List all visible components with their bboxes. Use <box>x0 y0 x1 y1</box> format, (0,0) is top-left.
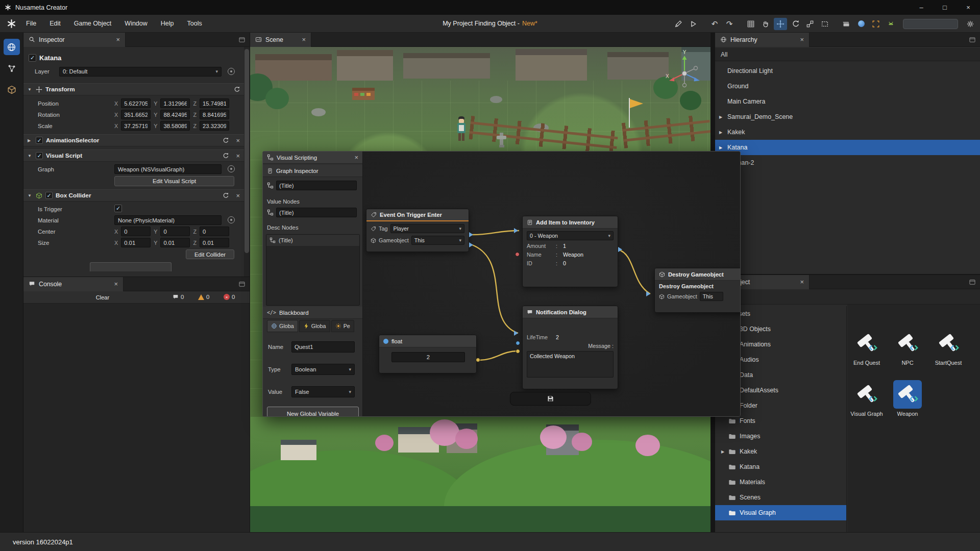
graph-target-button[interactable] <box>228 165 235 172</box>
close-icon[interactable]: × <box>114 280 118 288</box>
transform-header[interactable]: ▼ Transform <box>23 83 244 95</box>
output-port[interactable] <box>618 247 622 252</box>
node-add-item-to-inventory[interactable]: Add Item to Inventory 0 - Weapon▾ Amount… <box>522 216 618 287</box>
menu-item-window[interactable]: Window <box>118 15 154 33</box>
asset-item[interactable]: End Quest <box>846 329 887 379</box>
orientation-gizmo[interactable]: Y X <box>662 49 707 95</box>
menu-item-tools[interactable]: Tools <box>181 15 209 33</box>
gameobject-field[interactable]: This <box>700 292 723 301</box>
node-notification-dialog[interactable]: Notification Dialog LifeTime2 Message : … <box>522 306 618 389</box>
layer-dropdown[interactable]: 0: Default▾ <box>59 67 222 77</box>
close-icon[interactable]: × <box>116 36 120 43</box>
input-port-object[interactable] <box>515 252 520 257</box>
close-icon[interactable]: × <box>800 278 804 286</box>
remove-component-icon[interactable]: × <box>236 152 240 160</box>
tree-item[interactable]: Katana <box>715 459 846 474</box>
panel-menu-icon[interactable] <box>969 279 976 286</box>
close-icon[interactable]: × <box>800 36 804 43</box>
edit-visual-script-button[interactable]: Edit Visual Script <box>114 176 234 186</box>
center-x-input[interactable] <box>121 227 151 236</box>
activity-package-button[interactable] <box>4 82 20 98</box>
scale-y-input[interactable] <box>160 121 190 131</box>
node-destroy-gameobject[interactable]: Destroy Gameobject Destroy Gameobject Ga… <box>654 268 741 313</box>
reset-icon[interactable] <box>222 192 229 199</box>
rect-tool-button[interactable] <box>818 18 831 30</box>
frame-button[interactable] <box>869 18 883 30</box>
menu-item-help[interactable]: Help <box>154 15 181 33</box>
rotate-tool-button[interactable] <box>789 18 802 30</box>
reset-icon[interactable] <box>233 86 240 93</box>
tree-item[interactable]: Scenes <box>715 490 846 505</box>
close-icon[interactable]: × <box>302 36 306 43</box>
node-header[interactable]: Event On Trigger Enter <box>366 209 469 221</box>
expand-icon[interactable]: ▶ <box>719 145 722 150</box>
material-field[interactable]: None (PhysicMaterial) <box>114 215 222 225</box>
graph-field[interactable]: Weapon (NSVisualGraph) <box>114 164 222 174</box>
tab-inspector[interactable]: Inspector × <box>23 33 126 47</box>
item-dropdown[interactable]: 0 - Weapon▾ <box>527 231 614 240</box>
scale-x-input[interactable] <box>121 121 151 131</box>
float-value-input[interactable] <box>391 352 465 362</box>
visual-scripting-canvas[interactable]: Event On Trigger Enter Tag Player▾ Gameo… <box>363 152 741 417</box>
is-trigger-checkbox[interactable]: ✓ <box>114 205 122 212</box>
new-global-variable-button[interactable]: New Global Variable <box>267 407 359 417</box>
object-enabled-checkbox[interactable]: ✓ <box>29 54 36 62</box>
input-port[interactable] <box>646 291 650 296</box>
output-port-float[interactable] <box>476 358 480 362</box>
clapper-button[interactable] <box>840 18 853 30</box>
hierarchy-item-selected[interactable]: ▶Katana <box>715 140 980 155</box>
input-port-lifetime[interactable] <box>516 341 520 345</box>
save-graph-button[interactable] <box>510 392 591 406</box>
menu-item-game-object[interactable]: Game Object <box>67 15 118 33</box>
hierarchy-item[interactable]: Ground <box>715 79 980 94</box>
blackboard-tab-global[interactable]: Globa <box>267 320 298 332</box>
visual-script-header[interactable]: ▼ ✓ Visual Script × <box>23 149 244 162</box>
panel-menu-icon[interactable] <box>969 36 976 43</box>
blackboard-tab-persistent[interactable]: Pe <box>331 320 354 332</box>
variable-value-dropdown[interactable]: False▾ <box>291 386 355 397</box>
panel-menu-icon[interactable] <box>238 281 246 288</box>
node-header[interactable]: float <box>379 335 476 347</box>
tab-scene[interactable]: Scene × <box>250 33 311 47</box>
position-y-input[interactable] <box>160 98 190 108</box>
maximize-button[interactable]: □ <box>933 0 957 15</box>
output-port[interactable] <box>469 242 473 247</box>
hierarchy-item[interactable]: ▶Kakek <box>715 124 980 140</box>
collapse-icon[interactable]: ▼ <box>28 193 33 198</box>
activity-network-button[interactable] <box>4 60 20 77</box>
size-z-input[interactable] <box>200 238 229 247</box>
output-port[interactable] <box>469 232 473 237</box>
minimize-button[interactable]: – <box>910 0 933 15</box>
variable-name-input[interactable] <box>291 341 355 353</box>
variable-type-dropdown[interactable]: Boolean▾ <box>291 364 355 375</box>
expand-icon[interactable]: ▶ <box>28 138 33 143</box>
grid-snap-button[interactable] <box>744 18 757 30</box>
activity-world-button[interactable] <box>4 39 20 55</box>
tree-item[interactable]: Materials <box>715 474 846 490</box>
scrollbar-thumb[interactable] <box>244 49 249 253</box>
asset-item[interactable]: StartQuest <box>928 329 969 379</box>
remove-component-icon[interactable]: × <box>236 137 240 144</box>
hierarchy-item[interactable]: Main Camera <box>715 94 980 109</box>
menu-item-edit[interactable]: Edit <box>43 15 67 33</box>
rotation-z-input[interactable] <box>200 110 229 119</box>
reset-icon[interactable] <box>222 153 229 159</box>
asset-item[interactable]: NPC <box>887 329 928 379</box>
expand-icon[interactable]: ▶ <box>721 449 724 454</box>
desc-nodes-list[interactable]: (Title) <box>266 234 360 306</box>
collapse-icon[interactable]: ▼ <box>28 154 33 158</box>
hierarchy-filter[interactable]: All <box>715 48 980 61</box>
expand-icon[interactable]: ▶ <box>719 130 722 135</box>
hierarchy-item[interactable]: Directional Light <box>715 63 980 79</box>
tab-hierarchy[interactable]: Hierarchy × <box>715 33 810 47</box>
error-counter[interactable]: × 0 <box>224 294 235 300</box>
size-x-input[interactable] <box>121 238 151 247</box>
project-asset-grid[interactable]: End Quest NPC StartQuest Visual Graph We… <box>847 305 980 532</box>
input-port-message[interactable] <box>516 349 520 354</box>
visual-scripting-titlebar[interactable]: Visual Scripting × <box>263 152 362 164</box>
node-header[interactable]: Notification Dialog <box>523 306 618 318</box>
android-build-button[interactable] <box>884 18 897 30</box>
undo-button[interactable]: ↶ <box>708 18 721 30</box>
clear-button[interactable]: Clear <box>89 293 116 302</box>
rotation-y-input[interactable] <box>160 110 190 119</box>
